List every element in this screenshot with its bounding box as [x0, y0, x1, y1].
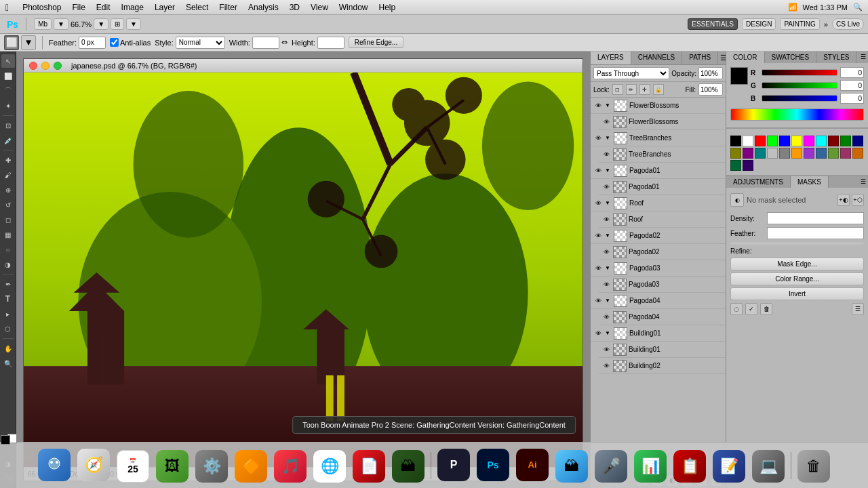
- eraser-tool[interactable]: ◻: [1, 213, 15, 226]
- layer-row-9[interactable]: 👁 Pagoda02: [599, 244, 726, 260]
- menu-edit[interactable]: Edit: [91, 1, 116, 14]
- menu-view[interactable]: View: [305, 1, 334, 14]
- dock-vlc[interactable]: 🔶: [233, 447, 269, 484]
- lock-all-btn[interactable]: 🔒: [653, 84, 664, 95]
- dock-pages[interactable]: 📝: [711, 447, 747, 484]
- dock-app4[interactable]: 🏔: [553, 447, 590, 484]
- marquee-variant-btn[interactable]: ▼: [21, 35, 36, 50]
- dock-finder[interactable]: [36, 447, 73, 484]
- visibility-toggle-15[interactable]: 👁: [601, 345, 611, 354]
- g-input[interactable]: [840, 80, 864, 91]
- feather-input[interactable]: [79, 37, 106, 49]
- layer-row-10[interactable]: 👁 ▼ Pagoda03: [591, 260, 726, 277]
- minimize-button[interactable]: [41, 62, 50, 70]
- expand-icon-2[interactable]: ▼: [605, 135, 610, 141]
- blend-mode-select[interactable]: Pass Through Normal Multiply Screen: [593, 67, 669, 79]
- visibility-toggle-14[interactable]: 👁: [593, 329, 603, 338]
- b-input[interactable]: [840, 93, 864, 104]
- swatch-item[interactable]: [840, 148, 851, 159]
- lock-transparent-btn[interactable]: ◻: [612, 84, 623, 95]
- swatch-item[interactable]: [755, 148, 766, 159]
- menu-help[interactable]: Help: [373, 1, 401, 14]
- menu-select[interactable]: Select: [180, 1, 214, 14]
- zoom-tool[interactable]: 🔍: [1, 357, 15, 370]
- load-selection-btn[interactable]: ◌: [730, 303, 743, 315]
- zoom-dropdown[interactable]: ▼: [94, 18, 108, 30]
- feather-value-input[interactable]: [767, 227, 864, 239]
- arrange-btn[interactable]: ⊞: [111, 18, 124, 30]
- dock-chrome[interactable]: 🌐: [311, 447, 348, 484]
- layer-row-7[interactable]: 👁 Roof: [599, 211, 726, 228]
- dock-photoshop[interactable]: Ps: [475, 447, 511, 484]
- layer-row-13[interactable]: 👁 Pagoda04: [599, 309, 726, 325]
- swatch-item[interactable]: [816, 148, 827, 159]
- lock-position-btn[interactable]: ✛: [639, 84, 650, 95]
- layer-row-2[interactable]: 👁 ▼ TreeBranches: [591, 130, 726, 146]
- swatch-item[interactable]: [779, 148, 790, 159]
- tab-masks[interactable]: MASKS: [791, 176, 829, 188]
- magic-wand-tool[interactable]: ✦: [1, 99, 15, 113]
- dock-toon-boom[interactable]: P: [435, 447, 472, 484]
- swatch-item[interactable]: [767, 136, 778, 146]
- view-btn[interactable]: ▼: [54, 18, 68, 30]
- layer-row-5[interactable]: 👁 Pagoda01: [599, 179, 726, 195]
- swap-icon[interactable]: ⇔: [281, 38, 288, 47]
- height-input[interactable]: [317, 37, 344, 49]
- visibility-toggle-11[interactable]: 👁: [601, 280, 611, 289]
- dock-calendar[interactable]: 📅25: [115, 447, 151, 484]
- history-tool[interactable]: ↺: [1, 198, 15, 211]
- swatch-item[interactable]: [730, 136, 741, 146]
- maximize-button[interactable]: [54, 62, 62, 70]
- mask-edge-btn[interactable]: Mask Edge...: [730, 258, 864, 270]
- add-pixel-mask-btn[interactable]: +◐: [837, 194, 850, 206]
- lock-pixels-btn[interactable]: ✏: [626, 84, 637, 95]
- anti-alias-option[interactable]: Anti-alias: [110, 38, 151, 47]
- visibility-toggle-0[interactable]: 👁: [593, 101, 603, 110]
- move-tool[interactable]: ↖: [1, 54, 15, 68]
- layer-row-3[interactable]: 👁 TreeBranches: [599, 146, 726, 163]
- dodge-tool[interactable]: ◑: [1, 258, 15, 271]
- swatch-item[interactable]: [730, 148, 741, 159]
- visibility-toggle-4[interactable]: 👁: [593, 166, 603, 176]
- visibility-toggle-3[interactable]: 👁: [601, 150, 611, 159]
- dock-safari[interactable]: 🧭: [75, 447, 112, 484]
- adj-panel-menu[interactable]: ☰: [859, 176, 868, 188]
- marquee-tool-btn[interactable]: ⬜: [4, 35, 19, 50]
- hand-tool[interactable]: ✋: [1, 342, 15, 355]
- swatch-item[interactable]: [743, 148, 753, 159]
- anti-alias-checkbox[interactable]: [110, 38, 119, 47]
- expand-icon-6[interactable]: ▼: [605, 200, 610, 206]
- canvas-content[interactable]: [24, 73, 583, 467]
- apply-mask-btn[interactable]: ✓: [745, 303, 757, 315]
- swatch-item[interactable]: [743, 160, 753, 171]
- color-panel-menu[interactable]: ☰: [859, 52, 868, 63]
- layers-list[interactable]: 👁 ▼ FlowerBlossoms 👁 FlowerBlossoms 👁 ▼ …: [591, 98, 726, 472]
- fill-input[interactable]: [698, 83, 723, 96]
- dock-acrobat[interactable]: 📄: [351, 447, 387, 484]
- width-input[interactable]: [252, 37, 279, 49]
- essentials-btn[interactable]: ESSENTIALS: [688, 18, 738, 30]
- color-range-btn[interactable]: Color Range...: [730, 272, 864, 285]
- menu-layer[interactable]: Layer: [149, 1, 180, 14]
- dock-itunes[interactable]: 🎵: [272, 447, 309, 484]
- menu-photoshop[interactable]: Photoshop: [17, 1, 66, 14]
- swatch-item[interactable]: [828, 136, 839, 146]
- selection-tool[interactable]: ⬜: [1, 69, 15, 83]
- dock-keynote[interactable]: 🎤: [593, 447, 629, 484]
- visibility-toggle-1[interactable]: 👁: [601, 117, 611, 127]
- refine-edge-btn[interactable]: Refine Edge...: [349, 37, 403, 48]
- clone-tool[interactable]: ⊕: [1, 183, 15, 197]
- menu-analysis[interactable]: Analysis: [243, 1, 284, 14]
- swatch-item[interactable]: [816, 136, 827, 146]
- visibility-toggle-2[interactable]: 👁: [593, 134, 603, 143]
- active-color-swatch[interactable]: [730, 67, 748, 85]
- visibility-toggle-13[interactable]: 👁: [601, 312, 611, 322]
- b-slider[interactable]: [762, 95, 837, 102]
- search-icon[interactable]: 🔍: [853, 3, 863, 12]
- layer-row-4[interactable]: 👁 ▼ Pagoda01: [591, 163, 726, 179]
- blur-tool[interactable]: ○: [1, 243, 15, 256]
- visibility-toggle-10[interactable]: 👁: [593, 264, 603, 273]
- expand-icon-10[interactable]: ▼: [605, 265, 610, 271]
- g-slider[interactable]: [762, 82, 837, 89]
- visibility-toggle-7[interactable]: 👁: [601, 215, 611, 224]
